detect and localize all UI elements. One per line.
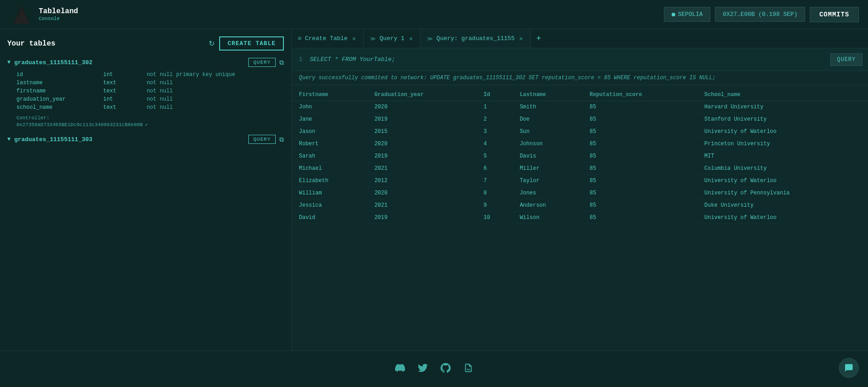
cell-lastname: Sun	[513, 126, 582, 138]
commits-button[interactable]: COMMITS	[810, 7, 859, 22]
cell-id: 9	[476, 199, 512, 212]
sepolia-button[interactable]: SEPOLIA	[664, 7, 711, 22]
header-buttons: SEPOLIA 0X27…E00B (0.198 SEP) COMMITS	[664, 7, 859, 22]
tab-label-create: Create Table	[305, 35, 348, 42]
tab-close-create[interactable]: ×	[351, 35, 357, 42]
table-query-button-1[interactable]: QUERY	[248, 58, 276, 67]
github-icon[interactable]	[441, 363, 451, 376]
results-header-row: Firstname Graduation_year Id Lastname Re…	[292, 89, 868, 101]
cell-id: 6	[476, 163, 512, 175]
cell-reputation_score: 85	[582, 175, 697, 187]
cell-id: 4	[476, 138, 512, 150]
table-name-row-2: ▼ graduates_11155111_303 QUERY ⧉	[7, 135, 284, 144]
schema-row: id int not null primary key unique	[16, 71, 292, 79]
table-row: Sarah20195Davis85MIT	[292, 150, 868, 163]
col-header-reputation-score: Reputation_score	[582, 89, 697, 101]
refresh-button[interactable]: ↻	[209, 39, 215, 48]
svg-marker-1	[14, 8, 30, 24]
col-header-firstname: Firstname	[292, 89, 367, 101]
logo-sub: Console	[39, 16, 78, 21]
table-query-button-2[interactable]: QUERY	[248, 135, 276, 144]
cell-lastname: Doe	[513, 113, 582, 126]
col-constraints: not null	[147, 103, 292, 112]
address-button[interactable]: 0X27…E00B (0.198 SEP)	[715, 7, 805, 22]
cell-lastname: Smith	[513, 101, 582, 113]
cell-graduation_year: 2020	[367, 138, 477, 150]
col-type: text	[103, 87, 146, 95]
cell-lastname: Anderson	[513, 199, 582, 212]
cell-reputation_score: 85	[582, 187, 697, 199]
cell-firstname: David	[292, 212, 367, 224]
cell-reputation_score: 85	[582, 150, 697, 163]
cell-school_name: Harvard University	[697, 101, 868, 113]
table-row: William20208Jones85University of Pennsyl…	[292, 187, 868, 199]
cell-graduation_year: 2012	[367, 175, 477, 187]
col-type: text	[103, 103, 146, 112]
tab-close-query1[interactable]: ×	[408, 35, 414, 42]
col-type: text	[103, 79, 146, 87]
logo-icon	[9, 3, 34, 26]
table-name-left-2: ▼ graduates_11155111_303	[7, 136, 92, 143]
cell-lastname: Davis	[513, 150, 582, 163]
tab-icon-query1: ≫	[370, 36, 376, 42]
table-actions-1: QUERY ⧉	[248, 58, 284, 67]
cell-graduation_year: 2020	[367, 187, 477, 199]
tab-create-table[interactable]: ⊞ Create Table ×	[292, 29, 364, 48]
expand-icon-1[interactable]: ▼	[7, 59, 10, 66]
table-name-1: graduates_11155111_302	[14, 59, 92, 66]
footer	[0, 351, 868, 387]
results-table-container: Firstname Graduation_year Id Lastname Re…	[292, 85, 868, 351]
cell-firstname: Michael	[292, 163, 367, 175]
col-name: id	[16, 71, 103, 79]
col-constraints: not null	[147, 87, 292, 95]
header: Tableland Console SEPOLIA 0X27…E00B (0.1…	[0, 0, 868, 29]
tab-close-query-graduates[interactable]: ×	[518, 35, 524, 42]
cell-firstname: John	[292, 101, 367, 113]
schema-row: graduation_year int not null	[16, 95, 292, 103]
cell-id: 1	[476, 101, 512, 113]
sepolia-dot	[672, 13, 675, 16]
cell-school_name: Columbia University	[697, 163, 868, 175]
table-actions-2: QUERY ⧉	[248, 135, 284, 144]
cell-id: 3	[476, 126, 512, 138]
cell-school_name: University of Waterloo	[697, 212, 868, 224]
expand-icon-2[interactable]: ▼	[7, 136, 10, 143]
docs-icon[interactable]	[463, 363, 473, 376]
schema-row: school_name text not null	[16, 103, 292, 112]
cell-id: 7	[476, 175, 512, 187]
sql-code[interactable]: SELECT * FROM YourTable;	[310, 56, 830, 63]
cell-reputation_score: 85	[582, 126, 697, 138]
table-row: Michael20216Miller85Columbia University	[292, 163, 868, 175]
copy-button-2[interactable]: ⧉	[279, 136, 284, 143]
cell-lastname: Johnson	[513, 138, 582, 150]
twitter-icon[interactable]	[418, 363, 428, 376]
main: Your tables ↻ CREATE TABLE ▼ graduates_1…	[0, 29, 868, 351]
cell-lastname: Miller	[513, 163, 582, 175]
cell-graduation_year: 2019	[367, 113, 477, 126]
success-message: Query successfully commited to network: …	[292, 71, 868, 85]
content: ⊞ Create Table × ≫ Query 1 × ≫ Query: gr…	[292, 29, 868, 351]
tab-add-button[interactable]: +	[531, 29, 547, 48]
cell-reputation_score: 85	[582, 212, 697, 224]
copy-button-1[interactable]: ⧉	[279, 59, 284, 66]
controller-info: Controller: 0x27359aD7334b5BE1Dc9c113c34…	[16, 115, 284, 127]
col-header-graduation-year: Graduation_year	[367, 89, 477, 101]
table-row: Jessica20219Anderson85Duke University	[292, 199, 868, 212]
share-icon[interactable]: ↗	[144, 122, 148, 127]
tab-query-graduates[interactable]: ≫ Query: graduates_11155 ×	[421, 29, 531, 48]
col-constraints: not null primary key unique	[147, 71, 292, 79]
discord-icon[interactable]	[395, 363, 405, 376]
col-header-id: Id	[476, 89, 512, 101]
logo-name: Tableland	[39, 7, 78, 16]
create-table-button[interactable]: CREATE TABLE	[219, 36, 284, 51]
cell-graduation_year: 2019	[367, 212, 477, 224]
table-name-2: graduates_11155111_303	[14, 136, 92, 143]
tab-label-query-graduates: Query: graduates_11155	[437, 35, 515, 42]
run-query-button[interactable]: QUERY	[830, 53, 863, 66]
chat-button[interactable]	[839, 358, 859, 378]
controller-address: 0x27359aD7334b5BE1Dc9c113c340093231cB8e0…	[16, 122, 143, 127]
tab-query1[interactable]: ≫ Query 1 ×	[364, 29, 421, 48]
cell-lastname: Wilson	[513, 212, 582, 224]
tab-label-query1: Query 1	[380, 35, 405, 42]
cell-reputation_score: 85	[582, 113, 697, 126]
